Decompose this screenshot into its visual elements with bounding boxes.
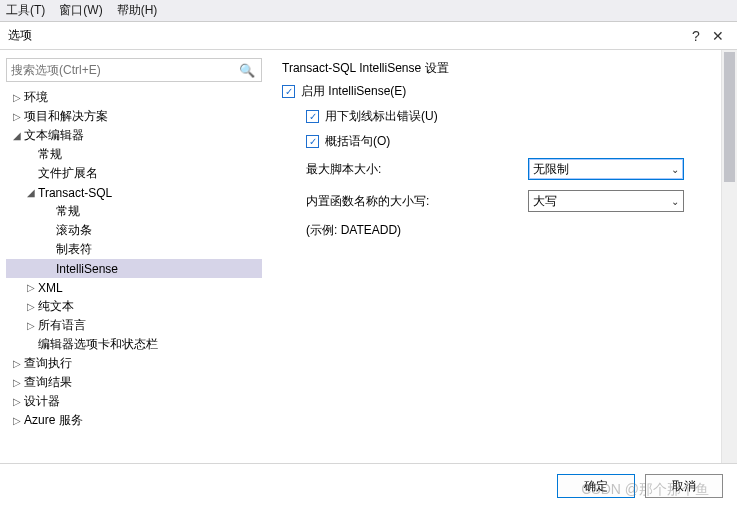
tree-item-tsql-tabs[interactable]: 制表符 (6, 240, 262, 259)
checkbox-label: 概括语句(O) (325, 133, 390, 150)
right-pane: Transact-SQL IntelliSense 设置 ✓ 启用 Intell… (268, 50, 737, 463)
row-max-script-size: 最大脚本大小: 无限制 ⌄ (306, 158, 725, 180)
tree-item-file-ext[interactable]: 文件扩展名 (6, 164, 262, 183)
dialog-body: 🔍 ▷环境 ▷项目和解决方案 ◢文本编辑器 常规 文件扩展名 ◢Transact… (0, 50, 737, 464)
example-text: (示例: DATEADD) (306, 222, 725, 239)
search-icon[interactable]: 🔍 (237, 63, 257, 78)
group-title: Transact-SQL IntelliSense 设置 (282, 60, 725, 77)
search-input-wrap[interactable]: 🔍 (6, 58, 262, 82)
checkbox-enable-intellisense[interactable]: ✓ 启用 IntelliSense(E) (282, 83, 725, 100)
options-tree: ▷环境 ▷项目和解决方案 ◢文本编辑器 常规 文件扩展名 ◢Transact-S… (6, 88, 262, 463)
chevron-right-icon: ▷ (10, 358, 24, 369)
tree-item-general[interactable]: 常规 (6, 145, 262, 164)
menubar: 工具(T) 窗口(W) 帮助(H) (0, 0, 737, 22)
tree-item-query-res[interactable]: ▷查询结果 (6, 373, 262, 392)
chevron-down-icon: ◢ (10, 130, 24, 141)
checkbox-underline-errors[interactable]: ✓ 用下划线标出错误(U) (306, 108, 725, 125)
tree-item-text-editor[interactable]: ◢文本编辑器 (6, 126, 262, 145)
tree-item-designer[interactable]: ▷设计器 (6, 392, 262, 411)
checkbox-icon: ✓ (306, 110, 319, 123)
select-func-case[interactable]: 大写 ⌄ (528, 190, 684, 212)
chevron-right-icon: ▷ (10, 415, 24, 426)
dialog-title: 选项 (8, 27, 685, 44)
cancel-button[interactable]: 取消 (645, 474, 723, 498)
row-func-case: 内置函数名称的大小写: 大写 ⌄ (306, 190, 725, 212)
tree-item-plain[interactable]: ▷纯文本 (6, 297, 262, 316)
select-value: 大写 (533, 193, 557, 210)
menu-help[interactable]: 帮助(H) (117, 2, 158, 19)
tree-item-tsql-general[interactable]: 常规 (6, 202, 262, 221)
chevron-right-icon: ▷ (24, 282, 38, 293)
checkbox-outline-statements[interactable]: ✓ 概括语句(O) (306, 133, 725, 150)
help-icon[interactable]: ? (685, 28, 707, 44)
tree-item-azure[interactable]: ▷Azure 服务 (6, 411, 262, 430)
label-max-script: 最大脚本大小: (306, 161, 528, 178)
dialog-titlebar: 选项 ? ✕ (0, 22, 737, 50)
tree-item-all-lang[interactable]: ▷所有语言 (6, 316, 262, 335)
label-func-case: 内置函数名称的大小写: (306, 193, 528, 210)
tree-item-tsql-intellisense[interactable]: IntelliSense (6, 259, 262, 278)
search-input[interactable] (11, 63, 237, 77)
ok-button[interactable]: 确定 (557, 474, 635, 498)
scrollbar[interactable] (721, 50, 737, 463)
tree-item-editor-tabs[interactable]: 编辑器选项卡和状态栏 (6, 335, 262, 354)
button-bar: 确定 取消 (0, 464, 737, 508)
menu-tools[interactable]: 工具(T) (6, 2, 45, 19)
chevron-down-icon: ⌄ (671, 164, 679, 175)
chevron-right-icon: ▷ (24, 301, 38, 312)
chevron-right-icon: ▷ (10, 111, 24, 122)
chevron-down-icon: ⌄ (671, 196, 679, 207)
tree-item-query-exec[interactable]: ▷查询执行 (6, 354, 262, 373)
checkbox-label: 用下划线标出错误(U) (325, 108, 438, 125)
close-icon[interactable]: ✕ (707, 28, 729, 44)
tree-item-tsql-scroll[interactable]: 滚动条 (6, 221, 262, 240)
menu-window[interactable]: 窗口(W) (59, 2, 102, 19)
chevron-right-icon: ▷ (24, 320, 38, 331)
chevron-right-icon: ▷ (10, 396, 24, 407)
checkbox-icon: ✓ (282, 85, 295, 98)
select-max-script[interactable]: 无限制 ⌄ (528, 158, 684, 180)
scrollbar-thumb[interactable] (724, 52, 735, 182)
tree-item-environment[interactable]: ▷环境 (6, 88, 262, 107)
select-value: 无限制 (533, 161, 569, 178)
tree-item-xml[interactable]: ▷XML (6, 278, 262, 297)
chevron-down-icon: ◢ (24, 187, 38, 198)
tree-item-tsql[interactable]: ◢Transact-SQL (6, 183, 262, 202)
chevron-right-icon: ▷ (10, 377, 24, 388)
left-pane: 🔍 ▷环境 ▷项目和解决方案 ◢文本编辑器 常规 文件扩展名 ◢Transact… (0, 50, 268, 463)
checkbox-icon: ✓ (306, 135, 319, 148)
tree-item-projects[interactable]: ▷项目和解决方案 (6, 107, 262, 126)
checkbox-label: 启用 IntelliSense(E) (301, 83, 406, 100)
chevron-right-icon: ▷ (10, 92, 24, 103)
